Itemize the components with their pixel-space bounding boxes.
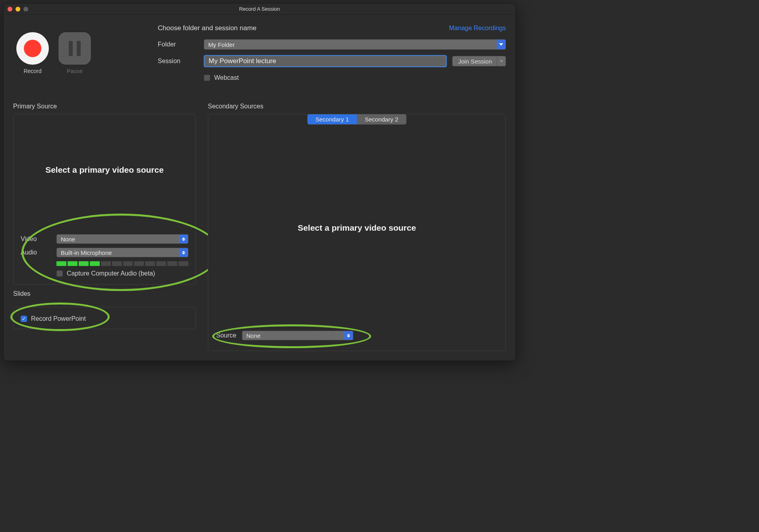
meter-segment [145, 261, 155, 266]
pause-button[interactable] [58, 32, 91, 65]
secondary-prompt: Select a primary video source [298, 223, 416, 233]
webcast-checkbox[interactable] [204, 75, 210, 81]
folder-select[interactable]: My Folder [204, 39, 506, 50]
video-value: None [57, 235, 179, 243]
record-label: Record [23, 68, 41, 74]
capture-computer-audio-checkbox[interactable] [56, 270, 63, 277]
record-controls: Record Pause [13, 21, 94, 87]
secondary-source-value: None [242, 331, 344, 340]
meter-segment [101, 261, 111, 266]
secondary-source-select[interactable]: None [242, 331, 353, 340]
session-form: Choose folder and session name Manage Re… [94, 21, 506, 87]
folder-label: Folder [158, 41, 204, 48]
webcast-label: Webcast [214, 74, 239, 81]
meter-segment [68, 261, 77, 266]
video-label: Video [21, 235, 56, 243]
session-input[interactable] [204, 55, 447, 67]
pause-icon [77, 41, 81, 56]
pause-label: Pause [67, 68, 83, 74]
secondary-source-label: Source [216, 332, 236, 339]
form-heading: Choose folder and session name [158, 24, 257, 32]
record-powerpoint-label: Record PowerPoint [31, 315, 86, 322]
tab-secondary-1[interactable]: Secondary 1 [308, 114, 357, 124]
stepper-icon [179, 248, 188, 257]
tab-secondary-2[interactable]: Secondary 2 [357, 114, 406, 124]
stepper-icon [344, 331, 353, 340]
chevron-down-icon [497, 56, 505, 66]
dropdown-icon [497, 40, 505, 49]
folder-value: My Folder [204, 40, 497, 49]
meter-segment [112, 261, 122, 266]
zoom-icon[interactable] [23, 7, 28, 12]
minimize-icon[interactable] [15, 7, 20, 12]
window-title: Record A Session [4, 6, 515, 12]
join-session-label: Join Session [458, 58, 492, 65]
meter-segment [178, 261, 188, 266]
audio-select[interactable]: Built-in Microphone [56, 248, 188, 257]
slides-heading: Slides [13, 290, 196, 297]
primary-source-panel: Select a primary video source Video None [13, 114, 196, 285]
meter-segment [123, 261, 133, 266]
meter-segment [134, 261, 144, 266]
audio-label: Audio [21, 249, 56, 256]
record-powerpoint-checkbox[interactable]: ✓ [21, 316, 27, 322]
record-button[interactable] [16, 32, 49, 65]
meter-segment [156, 261, 166, 266]
slides-panel: ✓ Record PowerPoint [13, 307, 196, 329]
audio-level-meter [56, 261, 188, 266]
manage-recordings-link[interactable]: Manage Recordings [449, 25, 506, 32]
session-label: Session [158, 58, 204, 65]
record-icon [24, 40, 41, 57]
pause-icon [69, 41, 73, 56]
primary-source-heading: Primary Source [13, 103, 196, 110]
record-session-window: Record A Session Record Pause [3, 3, 516, 361]
video-select[interactable]: None [56, 234, 188, 244]
meter-segment [167, 261, 177, 266]
secondary-sources-heading: Secondary Sources [208, 103, 506, 110]
close-icon[interactable] [8, 7, 12, 12]
meter-segment [56, 261, 66, 266]
meter-segment [90, 261, 100, 266]
secondary-sources-panel: Secondary 1 Secondary 2 Select a primary… [208, 114, 506, 351]
audio-value: Built-in Microphone [57, 248, 179, 257]
window-controls [8, 7, 28, 12]
titlebar: Record A Session [4, 4, 515, 15]
capture-computer-audio-label: Capture Computer Audio (beta) [67, 270, 155, 277]
primary-prompt: Select a primary video source [21, 165, 188, 175]
secondary-tabs: Secondary 1 Secondary 2 [307, 114, 407, 125]
join-session-button[interactable]: Join Session [452, 56, 506, 66]
meter-segment [79, 261, 89, 266]
stepper-icon [179, 235, 188, 243]
